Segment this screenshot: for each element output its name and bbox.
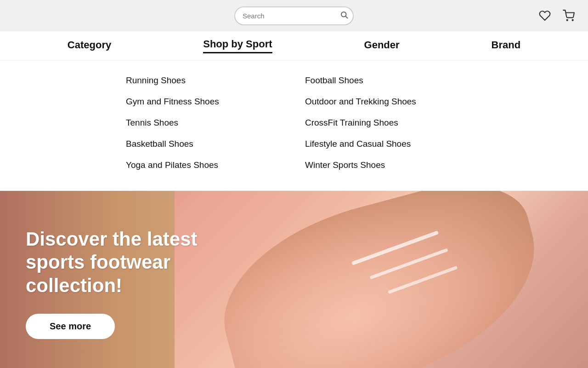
hero-title: Discover the latest sports footwear coll… xyxy=(26,228,255,297)
see-more-button[interactable]: See more xyxy=(26,314,115,339)
dropdown-col-2: Football Shoes Outdoor and Trekking Shoe… xyxy=(294,70,473,176)
search-icon xyxy=(340,11,348,21)
search-input[interactable] xyxy=(234,6,354,25)
nav-item-brand[interactable]: Brand xyxy=(492,39,521,53)
header-icons xyxy=(537,7,577,24)
dropdown-item-gym[interactable]: Gym and Fitness Shoes xyxy=(115,91,294,112)
header xyxy=(0,0,588,31)
nav-item-shop-by-sport[interactable]: Shop by Sport xyxy=(203,38,272,53)
dropdown-item-winter[interactable]: Winter Sports Shoes xyxy=(294,155,473,176)
svg-point-3 xyxy=(572,20,573,21)
cart-button[interactable] xyxy=(560,7,577,24)
dropdown-item-crossfit[interactable]: CrossFit Training Shoes xyxy=(294,112,473,133)
wishlist-button[interactable] xyxy=(537,7,553,24)
dropdown-item-basketball[interactable]: Basketball Shoes xyxy=(115,133,294,155)
svg-line-1 xyxy=(345,16,347,18)
nav-item-category[interactable]: Category xyxy=(68,39,111,53)
search-container xyxy=(234,6,354,25)
dropdown-item-tennis[interactable]: Tennis Shoes xyxy=(115,112,294,133)
dropdown-item-lifestyle[interactable]: Lifestyle and Casual Shoes xyxy=(294,133,473,155)
dropdown-col-1: Running Shoes Gym and Fitness Shoes Tenn… xyxy=(115,70,294,176)
main-nav: Category Shop by Sport Gender Brand xyxy=(0,31,588,61)
dropdown-item-running[interactable]: Running Shoes xyxy=(115,70,294,91)
hero-section: Discover the latest sports footwear coll… xyxy=(0,191,588,368)
svg-point-2 xyxy=(567,20,568,21)
hero-content: Discover the latest sports footwear coll… xyxy=(26,228,255,339)
dropdown-menu: Running Shoes Gym and Fitness Shoes Tenn… xyxy=(0,61,588,191)
dropdown-item-football[interactable]: Football Shoes xyxy=(294,70,473,91)
dropdown-item-yoga[interactable]: Yoga and Pilates Shoes xyxy=(115,155,294,176)
dropdown-item-outdoor[interactable]: Outdoor and Trekking Shoes xyxy=(294,91,473,112)
nav-item-gender[interactable]: Gender xyxy=(364,39,400,53)
